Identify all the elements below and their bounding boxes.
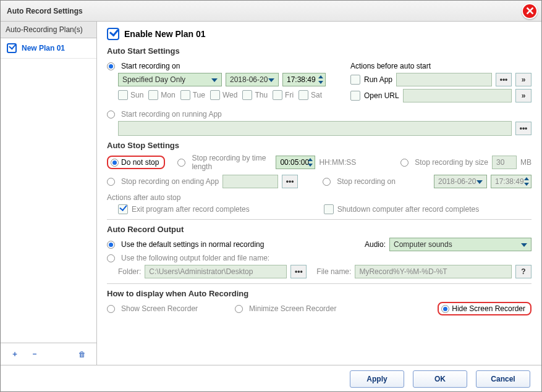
auto-start-title: Auto Start Settings (107, 46, 531, 56)
stop-size-field[interactable]: 30 (492, 156, 517, 169)
stop-on-datetime-label: Stop recording on (337, 177, 396, 186)
output-title: Auto Record Output (107, 225, 531, 234)
radio-stop-on-datetime[interactable] (323, 178, 331, 186)
run-app-go-button[interactable]: » (515, 73, 531, 86)
plan-label: New Plan 01 (22, 44, 65, 52)
ending-app-browse-button[interactable]: ••• (282, 175, 298, 188)
radio-use-default[interactable] (107, 241, 115, 249)
stop-by-size-label: Stop recording by size (415, 158, 488, 167)
main-panel: Enable New Plan 01 Auto Start Settings S… (97, 22, 541, 365)
run-app-field[interactable] (396, 73, 492, 86)
window-title: Auto Record Settings (7, 7, 83, 15)
delete-plan-button[interactable]: 🗑 (75, 350, 89, 359)
enable-plan-checkbox[interactable] (107, 28, 119, 40)
radio-stop-by-size[interactable] (400, 159, 409, 167)
do-not-stop-highlight: Do not stop (107, 156, 165, 169)
day-wed-checkbox[interactable] (210, 90, 220, 100)
filename-label: File name: (316, 267, 351, 276)
days-row: Sun Mon Tue Wed Thu Fri Sat (107, 90, 326, 100)
exit-program-label: Exit program after record completes (132, 205, 250, 214)
radio-show-recorder[interactable] (107, 305, 115, 313)
sidebar-tools: ＋ － 🗑 (1, 343, 96, 365)
apply-button[interactable]: Apply (350, 370, 404, 388)
audio-label: Audio: (365, 240, 386, 249)
radio-use-folder[interactable] (107, 254, 115, 262)
radio-stop-on-ending[interactable] (107, 178, 115, 186)
title-bar: Auto Record Settings ✕ (1, 1, 541, 22)
ok-button[interactable]: OK (413, 370, 467, 388)
display-title: How to display when Auto Recording (107, 289, 531, 298)
radio-stop-by-time[interactable] (177, 159, 185, 167)
hhmmss-label: HH:MM:SS (319, 158, 356, 167)
show-recorder-label: Show Screen Recorder (121, 304, 198, 313)
hide-recorder-label: Hide Screen Recorder (452, 304, 525, 313)
actions-before-title: Actions before auto start (350, 62, 431, 70)
radio-start-on[interactable] (107, 62, 115, 70)
do-not-stop-label: Do not stop (121, 158, 159, 167)
stop-time-length-spinner[interactable]: 00:05:00 (276, 156, 315, 169)
start-mode-combo[interactable]: Specified Day Only (118, 73, 222, 86)
folder-browse-button[interactable]: ••• (290, 265, 307, 278)
radio-minimize-recorder[interactable] (235, 305, 243, 313)
radio-do-not-stop[interactable] (111, 159, 119, 167)
open-url-label: Open URL (364, 91, 399, 100)
shutdown-label: Shutdown computer after record completes (337, 205, 479, 214)
folder-field[interactable]: C:\Users\Administrator\Desktop (145, 265, 287, 278)
use-folder-label: Use the following output folder and file… (121, 254, 269, 262)
start-on-label: Start recording on (121, 62, 180, 70)
folder-label: Folder: (118, 267, 141, 276)
open-url-field[interactable] (403, 89, 512, 102)
filename-field[interactable]: MyRecord%Y-%M-%D-%T (355, 265, 512, 278)
start-time-spinner[interactable]: 17:38:49 (282, 73, 326, 86)
hide-recorder-highlight: Hide Screen Recorder (438, 302, 531, 315)
auto-stop-title: Auto Stop Settings (107, 141, 531, 150)
sidebar-header: Auto-Recording Plan(s) (1, 22, 96, 38)
plan-checkbox-icon[interactable] (7, 43, 17, 53)
minimize-recorder-label: Minimize Screen Recorder (249, 304, 336, 313)
actions-after-title: Actions after auto stop (107, 193, 180, 202)
day-mon-checkbox[interactable] (148, 90, 158, 100)
open-url-checkbox[interactable] (350, 91, 360, 101)
day-thu-checkbox[interactable] (242, 90, 252, 100)
exit-program-checkbox[interactable] (118, 204, 128, 214)
radio-hide-recorder[interactable] (441, 305, 449, 313)
day-tue-checkbox[interactable] (180, 90, 190, 100)
close-button[interactable]: ✕ (522, 3, 538, 19)
running-app-browse-button[interactable]: ••• (515, 122, 531, 135)
audio-combo[interactable]: Computer sounds (389, 238, 531, 251)
shutdown-checkbox[interactable] (324, 204, 334, 214)
stop-time-spinner[interactable]: 17:38:49 (491, 175, 531, 188)
footer: Apply OK Cancel (1, 365, 541, 392)
run-app-checkbox[interactable] (350, 75, 360, 85)
run-app-browse-button[interactable]: ••• (496, 73, 512, 86)
running-app-field[interactable] (118, 121, 512, 136)
filename-help-button[interactable]: ? (515, 265, 531, 278)
ending-app-field[interactable] (222, 175, 278, 188)
day-sun-checkbox[interactable] (118, 90, 128, 100)
day-fri-checkbox[interactable] (273, 90, 282, 100)
mb-label: MB (520, 158, 531, 167)
start-date-combo[interactable]: 2018-06-20 (226, 73, 279, 86)
remove-plan-button[interactable]: － (28, 349, 41, 359)
plan-item[interactable]: New Plan 01 (1, 38, 96, 59)
enable-plan-label: Enable New Plan 01 (124, 29, 206, 39)
use-default-label: Use the default settings in normal recor… (121, 240, 264, 249)
add-plan-button[interactable]: ＋ (8, 349, 22, 359)
open-url-go-button[interactable]: » (515, 89, 531, 102)
run-app-label: Run App (364, 75, 392, 84)
radio-start-on-app[interactable] (107, 111, 115, 119)
stop-by-time-label: Stop recording by time length (192, 154, 272, 171)
start-on-app-label: Start recording on running App (121, 110, 222, 119)
stop-on-ending-label: Stop recording on ending App (121, 177, 219, 186)
stop-date-combo[interactable]: 2018-06-20 (434, 175, 487, 188)
cancel-button[interactable]: Cancel (476, 370, 530, 388)
day-sat-checkbox[interactable] (299, 90, 308, 100)
sidebar: Auto-Recording Plan(s) New Plan 01 ＋ － 🗑 (1, 22, 97, 365)
